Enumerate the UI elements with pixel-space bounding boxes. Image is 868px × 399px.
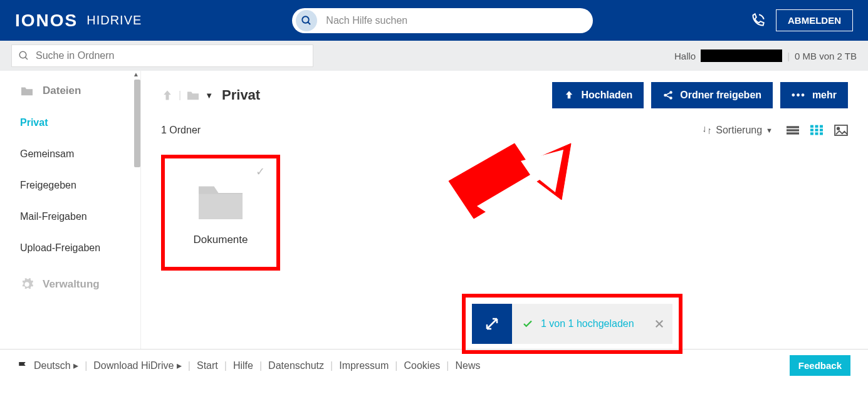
expand-button[interactable]: [472, 304, 512, 344]
footer-link-hilfe[interactable]: Hilfe: [233, 360, 253, 371]
svg-rect-13: [815, 125, 818, 128]
sidebar-item-gemeinsam[interactable]: Gemeinsam: [0, 138, 140, 170]
svg-rect-11: [787, 132, 799, 134]
search-icon[interactable]: [296, 10, 317, 31]
svg-line-3: [25, 57, 28, 60]
sidebar-section-admin[interactable]: Verwaltung: [0, 264, 140, 301]
scroll-up-icon[interactable]: ▲: [133, 71, 139, 78]
sidebar-item-privat[interactable]: Privat: [0, 107, 140, 138]
svg-rect-12: [810, 125, 813, 128]
svg-rect-9: [787, 126, 799, 128]
phone-icon[interactable]: [750, 13, 766, 29]
footer-link-datenschutz[interactable]: Datenschutz: [268, 360, 324, 371]
feedback-button[interactable]: Feedback: [790, 355, 850, 376]
flag-icon: [18, 361, 29, 371]
upload-toast: 1 von 1 hochgeladen: [462, 294, 682, 354]
download-link[interactable]: Download HiDrive ▸: [93, 360, 182, 371]
svg-rect-16: [815, 129, 818, 132]
footer-link-start[interactable]: Start: [197, 360, 218, 371]
chevron-down-icon[interactable]: ▼: [205, 91, 213, 100]
footer-link-news[interactable]: News: [455, 360, 480, 371]
upload-button[interactable]: Hochladen: [552, 82, 644, 108]
close-icon[interactable]: [654, 318, 665, 329]
help-search[interactable]: [292, 8, 593, 33]
app-header: IONOS HIDRIVE ABMELDEN: [0, 0, 868, 41]
svg-point-2: [19, 51, 26, 58]
sidebar: ▲ Dateien Privat Gemeinsam Freigegeben M…: [0, 71, 141, 349]
help-search-input[interactable]: [326, 15, 564, 26]
sort-button[interactable]: Sortierung ▼: [702, 125, 773, 136]
folder-search[interactable]: [11, 44, 313, 67]
footer-link-cookies[interactable]: Cookies: [404, 360, 440, 371]
svg-rect-18: [810, 132, 813, 135]
svg-rect-23: [199, 194, 243, 219]
scrollbar[interactable]: [134, 80, 140, 167]
logo-sub: HIDRIVE: [86, 13, 142, 28]
sidebar-item-freigegeben[interactable]: Freigegeben: [0, 170, 140, 201]
svg-rect-19: [815, 132, 818, 135]
svg-line-7: [666, 93, 670, 95]
folder-tile-dokumente[interactable]: ✓ Dokumente: [161, 155, 280, 271]
svg-point-0: [303, 16, 310, 23]
folder-search-input[interactable]: [36, 50, 299, 61]
upload-toast-text: 1 von 1 hochgeladen: [541, 318, 634, 329]
folder-count: 1 Ordner: [161, 125, 201, 136]
grid-view-icon[interactable]: [810, 125, 823, 136]
greeting-label: Hallo: [674, 51, 696, 61]
folder-icon: [194, 180, 248, 224]
username-redacted: [701, 49, 782, 62]
breadcrumb-current: Privat: [222, 87, 260, 103]
breadcrumb: | ▼ Privat: [161, 87, 260, 103]
logout-button[interactable]: ABMELDEN: [776, 9, 853, 31]
list-view-icon[interactable]: [787, 125, 799, 136]
folder-icon: [186, 90, 200, 101]
sidebar-item-mail-freigaben[interactable]: Mail-Freigaben: [0, 201, 140, 232]
sidebar-item-upload-freigaben[interactable]: Upload-Freigaben: [0, 232, 140, 264]
svg-rect-14: [820, 125, 823, 128]
footer: Deutsch ▸ | Download HiDrive ▸ | Start |…: [0, 349, 868, 381]
check-icon: ✓: [256, 165, 265, 179]
svg-rect-15: [810, 129, 813, 132]
logo-main: IONOS: [15, 11, 78, 31]
more-button[interactable]: ••• mehr: [780, 82, 848, 108]
svg-line-8: [666, 96, 670, 98]
content-area: | ▼ Privat Hochladen Ordner freigeben ••…: [141, 71, 868, 349]
folder-name: Dokumente: [194, 234, 248, 246]
svg-rect-20: [820, 132, 823, 135]
svg-rect-10: [787, 129, 799, 131]
success-check-icon: [522, 318, 533, 329]
sidebar-section-files[interactable]: Dateien: [0, 71, 140, 107]
svg-rect-17: [820, 129, 823, 132]
up-arrow-icon[interactable]: [161, 88, 174, 102]
subheader: Hallo | 0 MB von 2 TB: [0, 41, 868, 71]
storage-label: 0 MB von 2 TB: [795, 51, 857, 61]
svg-point-22: [837, 128, 840, 130]
footer-link-impressum[interactable]: Impressum: [339, 360, 389, 371]
image-view-icon[interactable]: [834, 125, 848, 136]
share-folder-button[interactable]: Ordner freigeben: [651, 82, 773, 108]
svg-line-1: [308, 22, 311, 24]
language-link[interactable]: Deutsch ▸: [34, 360, 78, 371]
annotation-arrow: [439, 137, 583, 219]
